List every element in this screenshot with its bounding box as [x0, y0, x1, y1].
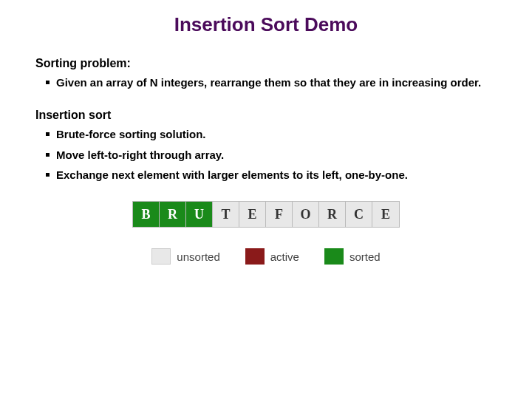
section-heading: Sorting problem: — [35, 57, 497, 70]
array-cell: E — [372, 202, 399, 227]
legend-item-unsorted: unsorted — [151, 248, 219, 265]
section-insertion-sort: Insertion sort Brute-force sorting solut… — [35, 109, 497, 183]
list-item: Given an array of N integers, rearrange … — [35, 75, 497, 91]
legend-item-active: active — [245, 248, 299, 265]
page-title: Insertion Sort Demo — [35, 13, 497, 36]
swatch-active-icon — [245, 248, 265, 265]
legend-label: active — [270, 250, 299, 263]
swatch-sorted-icon — [324, 248, 344, 265]
legend-label: sorted — [349, 250, 381, 263]
array-cell: F — [266, 202, 293, 227]
swatch-unsorted-icon — [151, 248, 171, 265]
array-cell: U — [186, 202, 213, 227]
section-heading: Insertion sort — [35, 109, 497, 122]
legend: unsorted active sorted — [35, 248, 497, 265]
list-item: Brute-force sorting solution. — [35, 126, 497, 143]
array-cell: O — [293, 202, 319, 227]
array: B R U T E F O R C E — [132, 201, 400, 228]
slide: Insertion Sort Demo Sorting problem: Giv… — [0, 0, 532, 399]
array-cell: T — [213, 202, 239, 227]
list-item: Move left-to-right through array. — [35, 147, 497, 163]
array-cell: R — [319, 202, 346, 227]
bullet-list: Given an array of N integers, rearrange … — [35, 75, 497, 91]
list-item: Exchange next element with larger elemen… — [35, 167, 497, 183]
legend-item-sorted: sorted — [324, 248, 381, 265]
legend-label: unsorted — [177, 250, 219, 263]
array-cell: R — [160, 202, 186, 227]
bullet-list: Brute-force sorting solution. Move left-… — [35, 126, 497, 183]
array-cell: B — [133, 202, 160, 227]
array-cell: E — [239, 202, 266, 227]
section-sorting-problem: Sorting problem: Given an array of N int… — [35, 57, 497, 91]
array-cell: C — [346, 202, 372, 227]
array-visualization: B R U T E F O R C E — [35, 201, 497, 228]
